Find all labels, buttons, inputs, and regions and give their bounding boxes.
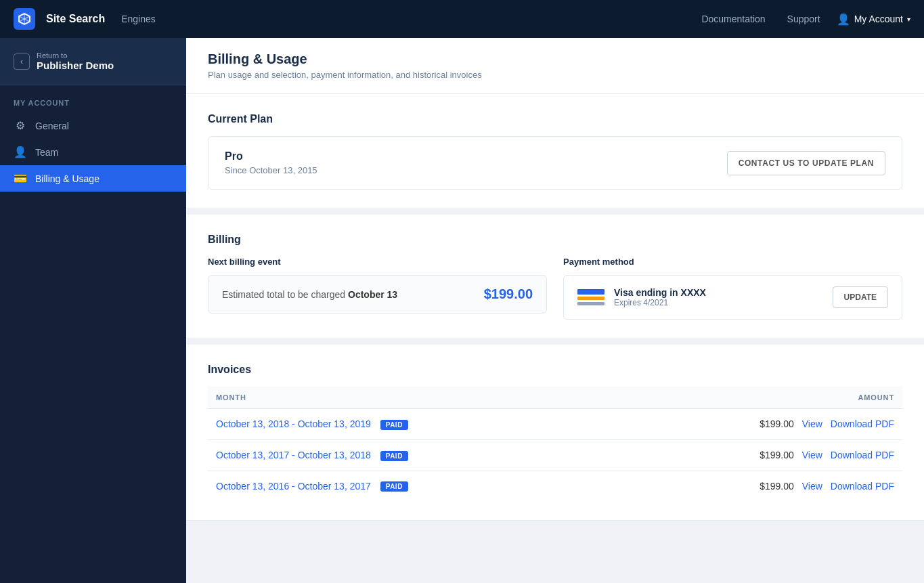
engines-link[interactable]: Engines bbox=[121, 14, 156, 24]
card-stripe-gray bbox=[577, 302, 604, 305]
sidebar-back-text: Return to Publisher Demo bbox=[37, 51, 114, 71]
sidebar-item-billing[interactable]: 💳 Billing & Usage bbox=[0, 165, 186, 192]
invoice-period-link[interactable]: October 13, 2017 - October 13, 2018 bbox=[216, 450, 371, 460]
invoices-title: Invoices bbox=[208, 364, 902, 376]
invoice-download-link[interactable]: Download PDF bbox=[831, 481, 894, 492]
gear-icon: ⚙ bbox=[14, 119, 27, 132]
back-label: Return to bbox=[37, 51, 114, 60]
logo-icon bbox=[14, 8, 35, 30]
back-title: Publisher Demo bbox=[37, 60, 114, 71]
col-amount: AMOUNT bbox=[611, 387, 902, 409]
estimated-text: Estimated total to be charged bbox=[222, 289, 345, 300]
section-divider-1 bbox=[186, 209, 924, 215]
plan-date: Since October 13, 2015 bbox=[225, 165, 317, 175]
invoice-download-link[interactable]: Download PDF bbox=[831, 450, 894, 460]
payment-card: Visa ending in XXXX Expires 4/2021 UPDAT… bbox=[563, 275, 902, 320]
billing-icon: 💳 bbox=[14, 172, 27, 185]
invoice-view-link[interactable]: View bbox=[802, 481, 822, 492]
contact-update-plan-button[interactable]: CONTACT US TO UPDATE PLAN bbox=[727, 151, 885, 175]
paid-badge: PAID bbox=[380, 451, 408, 461]
invoice-view-link[interactable]: View bbox=[802, 418, 822, 429]
payment-method-col: Payment method Visa ending in XXXX Expir… bbox=[563, 257, 902, 320]
sidebar-section-label: MY ACCOUNT bbox=[0, 85, 186, 112]
invoice-period-link[interactable]: October 13, 2016 - October 13, 2017 bbox=[216, 481, 371, 492]
sidebar-item-general[interactable]: ⚙ General bbox=[0, 112, 186, 139]
invoice-period-link[interactable]: October 13, 2018 - October 13, 2019 bbox=[216, 418, 371, 429]
billing-amount: $199.00 bbox=[484, 286, 533, 302]
invoice-amount-actions-cell: $199.00 View Download PDF bbox=[611, 471, 902, 501]
app-name: Site Search bbox=[46, 13, 105, 25]
invoice-amount-actions-cell: $199.00 View Download PDF bbox=[611, 409, 902, 440]
sidebar-item-team-label: Team bbox=[35, 147, 58, 158]
current-plan-section: Current Plan Pro Since October 13, 2015 … bbox=[186, 94, 924, 209]
card-name: Visa ending in XXXX bbox=[614, 287, 706, 298]
payment-info: Visa ending in XXXX Expires 4/2021 bbox=[577, 287, 706, 307]
update-payment-button[interactable]: UPDATE bbox=[833, 286, 888, 308]
user-icon: 👤 bbox=[837, 13, 850, 26]
billing-event-card: Estimated total to be charged October 13… bbox=[208, 275, 547, 314]
invoices-table: MONTH AMOUNT October 13, 2018 - October … bbox=[208, 387, 902, 501]
page-subtitle: Plan usage and selection, payment inform… bbox=[208, 70, 902, 80]
my-account-button[interactable]: 👤 My Account ▾ bbox=[837, 13, 910, 26]
payment-details: Visa ending in XXXX Expires 4/2021 bbox=[614, 287, 706, 307]
sidebar: ‹ Return to Publisher Demo MY ACCOUNT ⚙ … bbox=[0, 38, 186, 583]
billing-grid: Next billing event Estimated total to be… bbox=[208, 257, 902, 320]
sidebar-back-button[interactable]: ‹ Return to Publisher Demo bbox=[0, 38, 186, 85]
documentation-link[interactable]: Documentation bbox=[701, 14, 765, 24]
invoice-amount: $199.00 bbox=[760, 418, 794, 429]
invoice-download-link[interactable]: Download PDF bbox=[831, 418, 894, 429]
page-header: Billing & Usage Plan usage and selection… bbox=[186, 38, 924, 94]
table-row: October 13, 2016 - October 13, 2017 PAID… bbox=[208, 471, 902, 501]
sidebar-item-team[interactable]: 👤 Team bbox=[0, 139, 186, 165]
plan-info: Pro Since October 13, 2015 bbox=[225, 150, 317, 175]
invoice-amount: $199.00 bbox=[760, 450, 794, 460]
card-stripe-yellow bbox=[577, 297, 604, 300]
plan-card: Pro Since October 13, 2015 CONTACT US TO… bbox=[208, 136, 902, 190]
page-title: Billing & Usage bbox=[208, 51, 902, 67]
col-month: MONTH bbox=[208, 387, 611, 409]
billing-section: Billing Next billing event Estimated tot… bbox=[186, 215, 924, 339]
card-expiry: Expires 4/2021 bbox=[614, 298, 706, 307]
invoices-section: Invoices MONTH AMOUNT October 13, 2018 -… bbox=[186, 345, 924, 521]
top-nav: Site Search Engines Documentation Suppor… bbox=[0, 0, 924, 38]
back-arrow-icon: ‹ bbox=[14, 53, 30, 70]
sidebar-item-general-label: General bbox=[35, 121, 69, 131]
nav-left: Site Search Engines bbox=[14, 8, 156, 30]
sidebar-item-billing-label: Billing & Usage bbox=[35, 173, 100, 184]
billing-title: Billing bbox=[208, 234, 902, 246]
next-billing-label: Next billing event bbox=[208, 257, 547, 267]
main-content: Billing & Usage Plan usage and selection… bbox=[186, 38, 924, 583]
card-stripe-blue bbox=[577, 289, 604, 295]
invoice-amount: $199.00 bbox=[760, 481, 794, 492]
table-row: October 13, 2018 - October 13, 2019 PAID… bbox=[208, 409, 902, 440]
card-icon bbox=[577, 288, 604, 307]
team-icon: 👤 bbox=[14, 146, 27, 158]
billing-event-date: October 13 bbox=[348, 289, 397, 300]
table-row: October 13, 2017 - October 13, 2018 PAID… bbox=[208, 439, 902, 471]
invoice-amount-actions-cell: $199.00 View Download PDF bbox=[611, 439, 902, 471]
nav-right: Documentation Support 👤 My Account ▾ bbox=[696, 13, 910, 26]
next-billing-col: Next billing event Estimated total to be… bbox=[208, 257, 547, 320]
invoice-period-cell: October 13, 2017 - October 13, 2018 PAID bbox=[208, 439, 611, 471]
current-plan-title: Current Plan bbox=[208, 113, 902, 125]
paid-badge: PAID bbox=[380, 420, 408, 430]
plan-name: Pro bbox=[225, 150, 317, 163]
invoice-period-cell: October 13, 2016 - October 13, 2017 PAID bbox=[208, 471, 611, 501]
billing-event-text: Estimated total to be charged October 13 bbox=[222, 289, 397, 300]
payment-method-label: Payment method bbox=[563, 257, 902, 267]
invoice-view-link[interactable]: View bbox=[802, 450, 822, 460]
support-link[interactable]: Support bbox=[787, 14, 820, 24]
my-account-label: My Account bbox=[854, 14, 903, 24]
app-layout: ‹ Return to Publisher Demo MY ACCOUNT ⚙ … bbox=[0, 38, 924, 583]
chevron-down-icon: ▾ bbox=[907, 16, 910, 23]
paid-badge: PAID bbox=[380, 481, 408, 492]
invoice-period-cell: October 13, 2018 - October 13, 2019 PAID bbox=[208, 409, 611, 440]
section-divider-2 bbox=[186, 339, 924, 345]
